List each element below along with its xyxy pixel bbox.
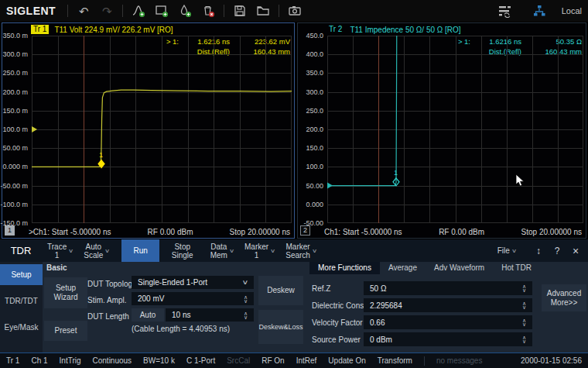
status-divider <box>424 356 425 366</box>
add-window-icon[interactable] <box>150 2 173 19</box>
tab-hot-tdr[interactable]: Hot TDR <box>493 262 540 274</box>
stop-single-button[interactable]: StopSingle <box>166 239 199 262</box>
trace2-badge[interactable]: Tr 2 <box>326 25 344 34</box>
status-datetime: 2000-01-15 02:56 <box>521 356 582 365</box>
tab-adv-waveform[interactable]: Adv Waveform <box>426 262 493 274</box>
sidebar-item-tdr-tdt[interactable]: TDR/TDT <box>0 291 43 311</box>
toolbar-divider <box>122 5 123 17</box>
delete-icon[interactable] <box>197 2 220 19</box>
more-functions-tabs: More Functions Average Adv Waveform Hot … <box>309 262 540 274</box>
deskew-button[interactable]: Deskew <box>258 276 303 305</box>
redo-icon[interactable]: ↷ <box>95 2 118 19</box>
help-icon[interactable]: ? <box>548 246 566 256</box>
marker-button[interactable]: Marker1 ∨ <box>239 239 280 262</box>
status-ref-osc: IntRef <box>296 356 317 365</box>
dut-topology-select[interactable]: Single-Ended 1-Port ∨ <box>132 276 254 289</box>
deskew-loss-button[interactable]: Deskew&Loss <box>258 310 303 344</box>
status-trace: Tr 1 <box>6 356 19 365</box>
status-cal: C 1-Port <box>186 356 215 365</box>
chevron-down-icon: ∨ <box>68 248 74 254</box>
cable-length-note: (Cable Length = 4.40953 ns) <box>132 325 230 333</box>
preset-button[interactable]: Preset <box>44 321 87 341</box>
stim-ampl-label: Stim. Ampl. <box>87 296 127 304</box>
status-bar: Tr 1 Ch 1 IntTrig Continuous BW=10 k C 1… <box>0 353 588 368</box>
close-icon[interactable]: × <box>566 245 585 257</box>
recall-icon[interactable] <box>251 2 275 19</box>
chart2-footer: Ch1: Start -5.00000 ns RF 0.00 dBm Stop … <box>324 228 582 236</box>
status-rf: RF On <box>262 356 284 365</box>
screenshot-icon[interactable] <box>283 2 306 19</box>
move-dialog-icon[interactable]: ↕ <box>529 246 548 256</box>
chart2-y-axis-labels: 450.0400.0350.0300.0250.0200.0150.0100.0… <box>298 36 326 223</box>
status-channel: Ch 1 <box>31 356 47 365</box>
dut-length-label: DUT Length <box>87 312 129 321</box>
dut-length-auto-button[interactable]: Auto <box>132 308 164 322</box>
chart-window-1[interactable]: Tr 1 T11 Volt 224.9 mV/ 226.2 mV [RO] > … <box>2 22 295 239</box>
add-marker-icon[interactable] <box>173 2 197 19</box>
svg-text:1: 1 <box>99 151 103 159</box>
spinner-arrows-icon[interactable]: ∧∨ <box>244 295 248 303</box>
trace1-badge[interactable]: Tr 1 <box>31 25 49 34</box>
velocity-factor-label: Velocity Factor <box>312 318 363 327</box>
undo-icon[interactable]: ↶ <box>72 2 95 19</box>
top-toolbar: SIGLENT ↶ ↷ Local <box>0 0 588 22</box>
ref-z-field[interactable]: 50 Ω ∧∨ <box>364 281 532 295</box>
chart2-stop: Stop 20.00000 ns <box>521 228 582 236</box>
panel-title: TDR <box>0 245 42 256</box>
chevron-down-icon: ∨ <box>104 248 110 254</box>
chevron-down-icon: ∨ <box>511 248 517 254</box>
chevron-down-icon: ∨ <box>270 248 275 254</box>
menu-autoscale-button[interactable]: AutoScale ∨ <box>78 239 115 262</box>
chart2-header: Tr 2 T11 Impedence 50 Ω/ 50 Ω [RO] <box>326 25 461 34</box>
menubar-right-cluster: File ∨ ↕ ? × <box>492 239 588 262</box>
add-trace-icon[interactable] <box>127 2 150 19</box>
status-sweep-mode: Continuous <box>93 356 132 365</box>
toolbar-divider <box>67 5 68 17</box>
chart1-y-axis-labels: 350.0 m300.0 m250.0 m200.0 m150.0 m100.0… <box>2 36 30 223</box>
toolbar-right-cluster: Local <box>494 2 582 19</box>
remote-local-status[interactable]: Local <box>562 6 582 15</box>
spinner-arrows-icon[interactable]: ∧∨ <box>522 301 526 309</box>
dielectric-const-label: Dielectric Const. <box>312 301 368 310</box>
spinner-arrows-icon[interactable]: ∧∨ <box>522 335 526 343</box>
spinner-arrows-icon[interactable]: ∧∨ <box>522 318 526 326</box>
chart2-start: Ch1: Start -5.00000 ns <box>324 228 402 236</box>
network-icon[interactable] <box>528 2 551 19</box>
run-button[interactable]: Run <box>121 239 159 262</box>
source-power-label: Source Power <box>312 335 361 344</box>
source-power-field[interactable]: 0 dBm ∧∨ <box>364 332 532 346</box>
chart1-title: T11 Volt 224.9 mV/ 226.2 mV [RO] <box>54 26 173 34</box>
spinner-arrows-icon[interactable]: ∧∨ <box>522 284 526 292</box>
dielectric-const-field[interactable]: 2.295684 ∧∨ <box>364 298 532 312</box>
dut-length-field[interactable]: 10 ns ∧∨ <box>166 308 254 322</box>
chart-window-2[interactable]: Tr 2 T11 Impedence 50 Ω/ 50 Ω [RO] > 1:1… <box>297 22 586 239</box>
save-icon[interactable] <box>228 2 251 19</box>
tab-more-functions[interactable]: More Functions <box>309 262 380 274</box>
setup-wizard-button[interactable]: Setup Wizard <box>44 277 87 308</box>
chevron-down-icon: ∨ <box>312 248 317 254</box>
marker-search-button[interactable]: MarkerSearch ∨ <box>280 239 322 262</box>
toolbar-divider <box>279 5 279 17</box>
sidebar-item-eye-mask[interactable]: Eye/Mask <box>0 317 43 338</box>
status-transform: Transform <box>378 356 412 365</box>
spinner-arrows-icon[interactable]: ∧∨ <box>244 311 248 319</box>
chart2-rf-power: RF 0.00 dBm <box>439 228 484 236</box>
tab-average[interactable]: Average <box>380 262 426 274</box>
chart2-plot-area[interactable]: 1 <box>327 36 583 223</box>
status-message: no messages <box>436 356 482 365</box>
window1-badge[interactable]: 1 <box>5 225 15 236</box>
chevron-down-icon: ∨ <box>229 248 234 254</box>
window2-badge[interactable]: 2 <box>300 225 310 236</box>
status-bandwidth: BW=10 k <box>143 356 175 365</box>
sweep-setup-icon[interactable] <box>494 2 517 19</box>
data-mem-button[interactable]: DataMem ∨ <box>205 239 239 262</box>
file-menu-button[interactable]: File ∨ <box>492 239 521 262</box>
menu-trace-button[interactable]: Trace1 ∨ <box>42 239 78 262</box>
stim-ampl-field[interactable]: 200 mV ∧∨ <box>132 292 254 305</box>
advanced-more-button[interactable]: Advanced More>> <box>542 284 586 311</box>
velocity-factor-field[interactable]: 0.66 ∧∨ <box>364 315 532 329</box>
sidebar-item-setup[interactable]: Setup <box>0 264 43 285</box>
svg-text:1: 1 <box>394 169 398 177</box>
chart1-plot-area[interactable]: 1 <box>32 36 292 223</box>
siglent-logo: SIGLENT <box>6 5 56 17</box>
